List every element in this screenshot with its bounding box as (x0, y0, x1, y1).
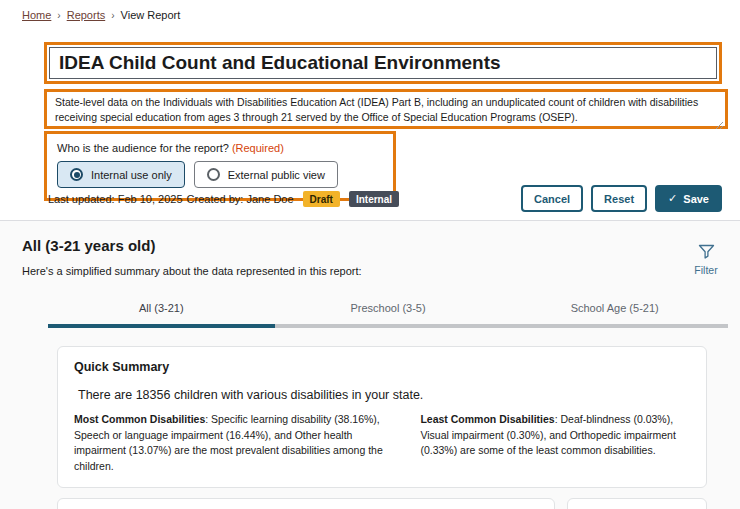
quick-summary-card: Quick Summary There are 18356 children w… (57, 346, 707, 488)
age-group-tabs: All (3-21) Preschool (3-5) School Age (5… (48, 296, 728, 328)
tab-all-3-21[interactable]: All (3-21) (48, 296, 275, 328)
required-label: (Required) (232, 142, 284, 154)
save-button[interactable]: ✓ Save (655, 185, 722, 212)
breadcrumb-separator: › (57, 10, 60, 21)
partial-card-right (567, 498, 707, 509)
last-updated-text: Last updated: Feb 10, 2025 (48, 193, 183, 205)
report-title-input[interactable] (49, 47, 717, 79)
radio-option-internal-use-only[interactable]: Internal use only (57, 161, 185, 188)
tab-school-age-5-21[interactable]: School Age (5-21) (501, 296, 728, 328)
partial-card-left (57, 498, 555, 509)
reset-button[interactable]: Reset (591, 185, 647, 212)
report-summary-section: All (3-21 years old) Here's a simplified… (0, 220, 740, 509)
least-common-disabilities-text: Least Common Disabilities: Deaf-blindnes… (420, 412, 690, 474)
title-field-highlight (44, 42, 722, 84)
breadcrumb-current: View Report (121, 9, 181, 21)
status-badge-internal: Internal (349, 191, 399, 207)
report-description-textarea[interactable]: State-level data on the Individuals with… (47, 93, 725, 126)
view-report-page: Home › Reports › View Report State-level… (0, 0, 740, 509)
quick-summary-lead: There are 18356 children with various di… (78, 388, 690, 402)
form-actions: Cancel Reset ✓ Save (521, 185, 722, 212)
section-subtitle: Here's a simplified summary about the da… (22, 265, 362, 277)
radio-unchecked-icon (207, 168, 220, 181)
textarea-resize-handle-icon[interactable] (715, 116, 724, 125)
breadcrumb-link-home[interactable]: Home (22, 9, 51, 21)
tab-preschool-3-5[interactable]: Preschool (3-5) (275, 296, 502, 328)
filter-funnel-icon (698, 244, 715, 259)
breadcrumb-link-reports[interactable]: Reports (67, 9, 106, 21)
breadcrumb-separator: › (111, 10, 114, 21)
radio-checked-icon (70, 168, 83, 181)
status-badge-draft: Draft (303, 191, 340, 207)
filter-label: Filter (686, 264, 726, 276)
quick-summary-title: Quick Summary (74, 360, 690, 374)
description-field-highlight: State-level data on the Individuals with… (44, 89, 728, 129)
created-by-text: Created by: Jane Doe (187, 193, 294, 205)
radio-option-label: External public view (228, 169, 325, 181)
radio-option-label: Internal use only (91, 169, 172, 181)
breadcrumb: Home › Reports › View Report (22, 9, 180, 21)
check-icon: ✓ (668, 192, 677, 205)
audience-question-label: Who is the audience for the report? (Req… (57, 142, 383, 154)
save-button-label: Save (683, 193, 709, 205)
cancel-button[interactable]: Cancel (521, 185, 583, 212)
report-meta: Last updated: Feb 10, 2025 Created by: J… (48, 191, 399, 207)
radio-option-external-public-view[interactable]: External public view (194, 161, 338, 188)
section-title: All (3-21 years old) (22, 237, 155, 254)
filter-button[interactable]: Filter (686, 244, 726, 276)
most-common-disabilities-text: Most Common Disabilities: Specific learn… (74, 412, 390, 474)
